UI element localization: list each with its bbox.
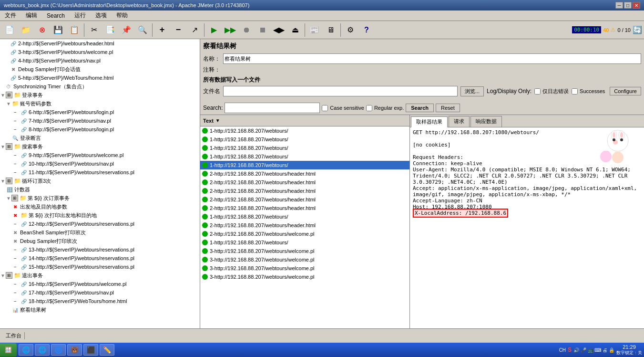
move-button[interactable]: ↗ xyxy=(187,22,202,38)
regular-exp-checkbox[interactable] xyxy=(366,105,372,111)
tree-item[interactable]: − 🔗 17-http://${ServerIP}/webtours/nav.p… xyxy=(0,288,200,297)
tree-item-results[interactable]: 📊 察看结果树 xyxy=(0,305,200,314)
menu-run[interactable]: 运行 xyxy=(72,10,89,21)
tree-item[interactable]: 🔗 2-http://${ServerIP}/webtours/header.h… xyxy=(0,39,200,48)
tab-response-data[interactable]: 响应数据 xyxy=(470,116,502,127)
filename-input[interactable] xyxy=(223,86,458,96)
remote-button[interactable]: 🖥 xyxy=(323,22,338,38)
start-button[interactable]: ▶ xyxy=(206,22,222,38)
add-button[interactable]: + xyxy=(154,22,170,38)
tree-item[interactable]: 🔍 登录断言 xyxy=(0,134,200,142)
tree-item[interactable]: − 🔗 6-http://${ServerIP}/webtours/login.… xyxy=(0,108,200,116)
cut-button[interactable]: ✂ xyxy=(86,22,102,38)
list-item[interactable]: 1-http://192.168.88.207/webtours/ xyxy=(200,152,409,161)
menu-file[interactable]: 文件 xyxy=(2,10,19,21)
save2-button[interactable]: 📋 xyxy=(67,22,82,38)
search-button[interactable]: Search xyxy=(406,104,434,112)
taskbar-ie2[interactable]: 🌐 xyxy=(35,344,50,356)
error-only-checkbox[interactable] xyxy=(534,88,541,94)
tree-item[interactable]: − 🔗 9-http://${ServerIP}/webtours/welcom… xyxy=(0,151,200,159)
copy-button[interactable]: 📑 xyxy=(102,22,118,38)
menu-edit[interactable]: 编辑 xyxy=(23,10,40,21)
tree-item[interactable]: 🔗 3-http://${ServerIP}/webtours/welcome.… xyxy=(0,48,200,56)
taskbar-cmd[interactable]: ⬛ xyxy=(83,344,98,356)
tree-item[interactable]: − 🔗 11-http://${ServerIP}/webtours/reser… xyxy=(0,168,200,177)
tree-item[interactable]: − 🔗 18-http://${ServerIP}/WebTours/home.… xyxy=(0,297,200,305)
tree-item-search-group[interactable]: ▼ ⊞ 📁 搜索事务 xyxy=(0,142,200,151)
settings-button[interactable]: ⚙ xyxy=(343,22,358,38)
taskbar-ie[interactable]: 🌐 xyxy=(19,344,33,356)
tree-item[interactable]: ▼ ⊞ 📁 第 ${i} 次订票事务 xyxy=(0,194,200,202)
list-item[interactable]: 1-http://192.168.88.207/webtours/ xyxy=(200,238,409,247)
list-item[interactable]: 1-http://192.168.88.207/webtours/ xyxy=(200,212,409,221)
list-item[interactable]: 1-http://192.168.88.207/webtours/ xyxy=(200,144,409,152)
successes-checkbox[interactable] xyxy=(572,88,578,94)
tree-item[interactable]: ▼ 📁 账号密码参数 xyxy=(0,99,200,108)
sort-arrow[interactable]: ▼ xyxy=(215,118,220,123)
tree-item[interactable]: ✖ Debug Sampler打印班次 xyxy=(0,237,200,245)
menu-options[interactable]: 选项 xyxy=(92,10,110,21)
start2-button[interactable]: ▶▶ xyxy=(223,22,238,38)
remove-button[interactable]: − xyxy=(171,22,186,38)
regular-exp-check[interactable]: Regular exp. xyxy=(366,105,404,111)
tree-item[interactable]: − 🔗 16-http://${ServerIP}/webtours/welco… xyxy=(0,280,200,288)
list-item[interactable]: 1-http://192.168.88.207/webtours/ xyxy=(200,135,409,144)
help-button[interactable]: ? xyxy=(359,22,374,38)
name-input[interactable] xyxy=(223,53,641,64)
open-button[interactable]: 📁 xyxy=(18,22,33,38)
list-item[interactable]: 2-http://192.168.88.207/webtours/header.… xyxy=(200,169,409,178)
tree-item[interactable]: ⏱ Synchronizing Timer（集合点） xyxy=(0,82,200,91)
list-item[interactable]: 2-http://192.168.88.207/webtours/header.… xyxy=(200,187,409,195)
tab-request[interactable]: 请求 xyxy=(449,116,470,127)
start-button[interactable]: 🪟 xyxy=(0,343,17,357)
tree-item[interactable]: − 🔗 13-http://${ServerIP}/webtours/reser… xyxy=(0,245,200,254)
browse-button[interactable]: 浏览... xyxy=(460,86,484,96)
template-button[interactable]: 📰 xyxy=(307,22,322,38)
stop2-button[interactable]: ⏹ xyxy=(255,22,270,38)
paste-button[interactable]: 📌 xyxy=(119,22,134,38)
list-item[interactable]: 2-http://192.168.88.207/webtours/header.… xyxy=(200,178,409,187)
tree-item[interactable]: ✖ BeanShell Sampler打印班次 xyxy=(0,228,200,237)
tree-item[interactable]: − 🔗 10-http://${ServerIP}/webtours/nav.p… xyxy=(0,159,200,168)
list-item[interactable]: 3-http://192.168.88.207/webtours/welcome… xyxy=(200,264,409,273)
list-item[interactable]: 3-http://192.168.88.207/webtours/welcome… xyxy=(200,247,409,255)
stop3-button[interactable]: ◀▶ xyxy=(271,22,286,38)
save-button[interactable]: 💾 xyxy=(51,22,66,38)
new-button[interactable]: 📄 xyxy=(2,22,17,38)
tree-item-exit-group[interactable]: ▼ ⊞ 📁 退出事务 xyxy=(0,271,200,280)
list-item[interactable]: 2-http://192.168.88.207/webtours/header.… xyxy=(200,221,409,230)
reset-button[interactable]: Reset xyxy=(436,104,460,112)
tab-sampler-result[interactable]: 取样器结果 xyxy=(411,116,448,127)
error-button[interactable]: ⊗ xyxy=(34,22,50,38)
close-button[interactable]: ✕ xyxy=(633,2,640,9)
stop4-button[interactable]: ⏏ xyxy=(287,22,303,38)
list-item[interactable]: 3-http://192.168.88.207/webtours/welcome… xyxy=(200,273,409,281)
list-item[interactable]: 1-http://192.168.88.207/webtours/ xyxy=(200,126,409,135)
tree-item[interactable]: − 🔗 12-http://${ServerIP}/webtours/reser… xyxy=(0,220,200,228)
taskbar-app[interactable]: 🐻 xyxy=(67,344,82,356)
tree-item[interactable]: − 🔗 15-http://${ServerIP}/webtours/reser… xyxy=(0,262,200,271)
error-only-check[interactable]: 仅日志错误 xyxy=(534,88,569,95)
tree-item[interactable]: 🔗 4-http://${ServerIP}/webtours/nav.pl xyxy=(0,56,200,65)
stop-button[interactable]: ⏺ xyxy=(239,22,254,38)
tree-item[interactable]: ✖ 📁 第 ${i} 次打印出发地和目的地 xyxy=(0,211,200,220)
tree-item[interactable]: − 🔗 7-http://${ServerIP}/webtours/nav.pl xyxy=(0,116,200,125)
list-item[interactable]: 2-http://192.168.88.207/webtours/header.… xyxy=(200,195,409,204)
case-sensitive-checkbox[interactable] xyxy=(322,105,328,111)
successes-check[interactable]: Successes xyxy=(572,88,605,94)
menu-help[interactable]: 帮助 xyxy=(113,10,131,21)
list-item[interactable]: 2-http://192.168.88.207/webtours/welcome… xyxy=(200,230,409,238)
tree-item[interactable]: − 🔗 8-http://${ServerIP}/webtours/login.… xyxy=(0,125,200,134)
configure-button[interactable]: Configure xyxy=(610,87,641,95)
list-item[interactable]: 3-http://192.168.88.207/webtours/welcome… xyxy=(200,255,409,264)
taskbar-editor[interactable]: ✏️ xyxy=(100,344,114,356)
tree-item-login-group[interactable]: ▼ ⊞ 📁 登录事务 xyxy=(0,91,200,99)
minimize-button[interactable]: ─ xyxy=(615,2,623,9)
text-list-body[interactable]: 1-http://192.168.88.207/webtours/ 1-http… xyxy=(200,126,409,333)
tree-item[interactable]: − 🔗 14-http://${ServerIP}/webtours/reser… xyxy=(0,254,200,262)
tray-icon-s[interactable]: S xyxy=(568,346,572,353)
tree-item-loop-group[interactable]: ▼ ⊞ 📁 循环订票3次 xyxy=(0,177,200,185)
tree-item[interactable]: 🔢 计数器 xyxy=(0,185,200,194)
list-item-selected[interactable]: 1-http://192.168.88.207/webtours/ xyxy=(200,161,409,169)
menu-search[interactable]: Search xyxy=(44,11,68,20)
